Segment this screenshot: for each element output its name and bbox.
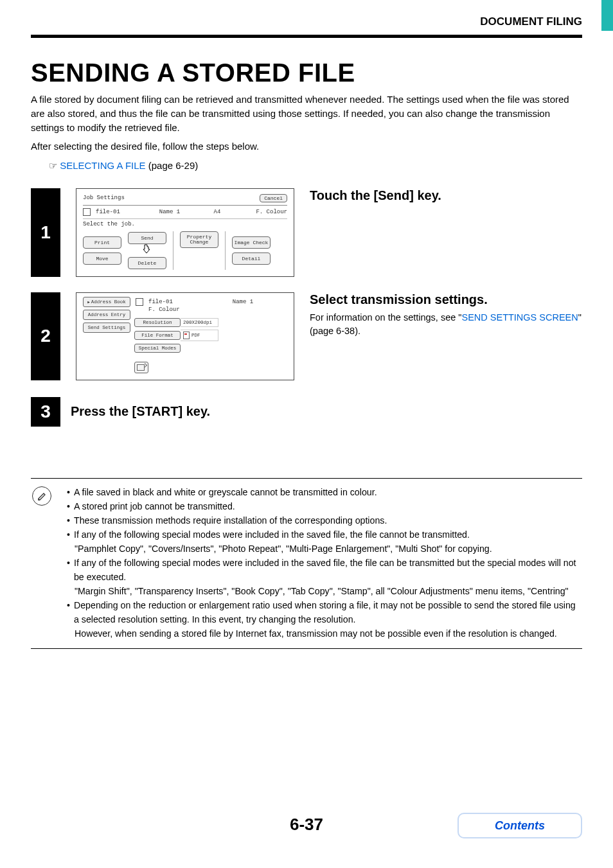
notes-box: A file saved in black and white or greys… — [31, 478, 582, 649]
chapter-tab — [601, 0, 613, 31]
resolution-value: 200X200dpi — [181, 318, 218, 327]
detail-button[interactable]: Detail — [232, 252, 271, 265]
step-3: 3 Press the [START] key. — [31, 397, 582, 427]
cancel-button[interactable]: Cancel — [260, 194, 287, 202]
step-2: 2 Address Book Address Entry Send Settin… — [31, 292, 582, 380]
file-icon — [136, 298, 143, 306]
step1-heading: Touch the [Send] key. — [310, 188, 582, 203]
contents-button[interactable]: Contents — [458, 813, 582, 838]
address-book-tab[interactable]: Address Book — [83, 297, 130, 307]
address-entry-tab[interactable]: Address Entry — [83, 310, 130, 320]
section-header: DOCUMENT FILING — [31, 15, 582, 32]
note-6-cont: However, when sending a stored file by I… — [67, 626, 582, 641]
file-icon — [83, 208, 91, 216]
print-button[interactable]: Print — [83, 236, 121, 249]
step-number: 2 — [31, 292, 60, 380]
file-format-button[interactable]: File Format — [134, 331, 181, 340]
colour-mode: F. Colour — [134, 306, 287, 313]
note-3: These transmission methods require insta… — [74, 513, 387, 527]
step2-heading: Select transmission settings. — [310, 292, 582, 307]
paper-size: A4 — [202, 209, 232, 215]
note-4: If any of the following special modes we… — [74, 527, 470, 542]
intro-paragraph-1: A file stored by document filing can be … — [31, 93, 582, 134]
selecting-a-file-link[interactable]: SELECTING A FILE — [60, 160, 145, 171]
link-suffix: (page 6-29) — [146, 160, 199, 171]
step2-body: For information on the settings, see "SE… — [310, 311, 582, 338]
note-1: A file saved in black and white or greys… — [74, 485, 377, 499]
note-6: Depending on the reduction or enlargemen… — [74, 598, 582, 626]
divider — [173, 231, 173, 270]
file-format-value: PDF — [181, 330, 218, 341]
file-name: file-01 — [96, 209, 137, 215]
send-settings-tab[interactable]: Send Settings — [83, 323, 130, 333]
link-prefix: ☞ — [49, 160, 60, 171]
divider — [225, 231, 226, 270]
send-settings-screen-link[interactable]: SEND SETTINGS SCREEN — [461, 312, 578, 323]
note-4-cont: "Pamphlet Copy", "Covers/Inserts", "Phot… — [67, 542, 582, 556]
note-5: If any of the following special modes we… — [74, 556, 582, 584]
colour-mode: F. Colour — [237, 209, 287, 215]
special-modes-button[interactable]: Special Modes — [134, 344, 181, 353]
step3-heading: Press the [START] key. — [71, 404, 210, 419]
divider — [31, 35, 582, 38]
intro-paragraph-2: After selecting the desired file, follow… — [31, 139, 582, 154]
image-check-button[interactable]: Image Check — [232, 236, 271, 249]
preview-icon[interactable] — [134, 362, 148, 373]
resolution-button[interactable]: Resolution — [134, 318, 181, 327]
user-name: Name 1 — [142, 209, 197, 215]
file-format-text: PDF — [191, 333, 200, 338]
step-number: 3 — [31, 397, 60, 427]
user-name: Name 1 — [199, 299, 287, 305]
step1-screenshot: Job Settings Cancel file-01 Name 1 A4 F.… — [76, 188, 294, 277]
pdf-icon — [183, 332, 190, 339]
file-name: file-01 — [148, 299, 193, 305]
intro-link-line: ☞ SELECTING A FILE (page 6-29) — [31, 159, 582, 173]
step2-body-pre: For information on the settings, see " — [310, 312, 461, 323]
move-button[interactable]: Move — [83, 252, 121, 265]
hand-cursor-icon — [140, 243, 154, 257]
page-title: SENDING A STORED FILE — [31, 58, 582, 87]
property-change-button[interactable]: Property Change — [180, 231, 218, 248]
step-1: 1 Job Settings Cancel file-01 Name 1 A4 … — [31, 188, 582, 277]
step-number: 1 — [31, 188, 60, 277]
delete-button[interactable]: Delete — [128, 257, 166, 269]
note-5-cont: "Margin Shift", "Transparency Inserts", … — [67, 584, 582, 598]
screen-title: Job Settings — [83, 195, 125, 201]
prompt-text: Select the job. — [83, 219, 287, 231]
pencil-note-icon — [32, 486, 51, 506]
note-2: A stored print job cannot be transmitted… — [74, 499, 235, 513]
step2-screenshot: Address Book Address Entry Send Settings… — [76, 292, 294, 380]
